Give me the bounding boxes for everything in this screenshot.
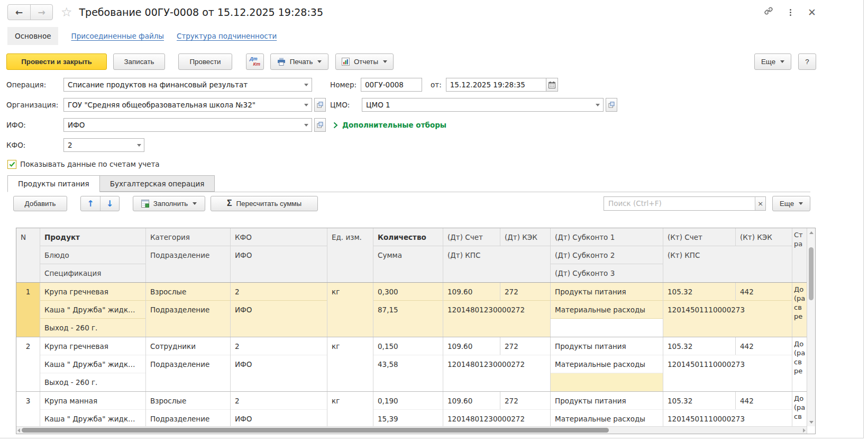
- cell-dt-sub1[interactable]: Продукты питания: [551, 392, 663, 410]
- cell-dt-sub1[interactable]: Продукты питания: [551, 337, 663, 355]
- cell-unit[interactable]: кг: [327, 337, 373, 355]
- tab-main[interactable]: Основное: [7, 27, 58, 45]
- horizontal-scroll-thumb[interactable]: [22, 428, 609, 433]
- cmo-dropdown-button[interactable]: [593, 98, 603, 111]
- cell-kt-kek[interactable]: 442: [736, 283, 792, 300]
- scroll-right-icon[interactable]: [803, 428, 806, 433]
- vertical-scroll-thumb[interactable]: [809, 247, 814, 300]
- tab-products[interactable]: Продукты питания: [7, 175, 100, 192]
- horizontal-scrollbar[interactable]: [16, 426, 807, 434]
- search-input[interactable]: [604, 197, 755, 210]
- cell-unit[interactable]: кг: [327, 392, 373, 410]
- cell-ifo[interactable]: ИФО: [231, 301, 327, 319]
- back-button[interactable]: ←: [8, 5, 30, 20]
- forward-button[interactable]: →: [30, 5, 52, 20]
- cell-dt-sub1[interactable]: Продукты питания: [551, 283, 663, 301]
- cell-extra[interactable]: До (ра св ре: [792, 337, 807, 391]
- move-down-button[interactable]: ↓: [100, 196, 119, 211]
- more-button[interactable]: Еще: [754, 53, 791, 70]
- cell-n[interactable]: 2: [16, 337, 40, 355]
- scroll-up-icon[interactable]: [809, 231, 814, 234]
- organization-input[interactable]: [64, 98, 301, 111]
- cell-category[interactable]: Взрослые: [146, 392, 230, 410]
- cell-sum[interactable]: 43,58: [373, 355, 443, 373]
- number-input[interactable]: [361, 78, 422, 91]
- cell-kt-kek[interactable]: 442: [736, 392, 792, 409]
- fill-button[interactable]: Заполнить: [133, 196, 205, 211]
- cell-dt-sub2[interactable]: Материальные расходы: [551, 301, 663, 319]
- favorite-star-icon[interactable]: ☆: [61, 6, 72, 19]
- cell-quantity[interactable]: 0,190: [373, 392, 443, 410]
- recalc-sums-button[interactable]: Σ Пересчитать суммы: [211, 196, 318, 211]
- show-by-accounts-checkbox[interactable]: [7, 160, 16, 169]
- cell-category[interactable]: Сотрудники: [146, 337, 230, 355]
- cell-kt-kek[interactable]: 442: [736, 337, 792, 355]
- cell-kt-account[interactable]: 105.32: [663, 283, 736, 300]
- cell-dt-account[interactable]: 109.60: [443, 283, 500, 300]
- date-input[interactable]: [446, 78, 546, 91]
- tab-accounting[interactable]: Бухгалтерская операция: [100, 175, 215, 192]
- cell-dt-kek[interactable]: 272: [500, 283, 550, 300]
- print-button[interactable]: Печать: [270, 53, 328, 70]
- save-button[interactable]: Записать: [113, 53, 165, 70]
- cell-unit[interactable]: кг: [327, 283, 373, 301]
- move-up-button[interactable]: ↑: [81, 196, 100, 211]
- tab-attached-files[interactable]: Присоединенные файлы: [71, 32, 164, 40]
- add-row-button[interactable]: Добавить: [13, 196, 67, 211]
- operation-dropdown-button[interactable]: [301, 78, 312, 91]
- organization-open-button[interactable]: [314, 98, 326, 112]
- cell-quantity[interactable]: 0,150: [373, 337, 443, 355]
- kfo-dropdown-button[interactable]: [135, 139, 144, 151]
- cell-dt-kps[interactable]: 12014801230000272: [443, 355, 550, 373]
- additional-filters-link[interactable]: Дополнительные отборы: [333, 121, 446, 129]
- calendar-button[interactable]: [546, 78, 557, 91]
- cell-dt-sub2[interactable]: Материальные расходы: [551, 355, 663, 373]
- ifo-input[interactable]: [64, 119, 301, 131]
- cell-kfo[interactable]: 2: [231, 337, 327, 355]
- cell-dt-account[interactable]: 109.60: [443, 337, 500, 355]
- cell-kfo[interactable]: 2: [231, 392, 327, 410]
- cell-dt-kps[interactable]: 12014801230000272: [443, 410, 550, 428]
- cell-dish[interactable]: Каша " Дружба" жидк…: [40, 301, 145, 319]
- cell-sum[interactable]: 87,15: [373, 301, 443, 319]
- cell-dt-kek[interactable]: 272: [500, 392, 550, 409]
- clear-search-button[interactable]: ×: [755, 197, 765, 210]
- cell-dt-sub3[interactable]: [551, 319, 663, 337]
- organization-dropdown-button[interactable]: [301, 98, 312, 111]
- cmo-input[interactable]: [362, 98, 593, 111]
- cell-department[interactable]: Подразделение: [146, 410, 230, 428]
- cell-kt-kps[interactable]: 12014501110000273: [663, 410, 792, 428]
- dtkt-button[interactable]: ДтКт: [246, 53, 264, 70]
- cmo-open-button[interactable]: [606, 98, 617, 112]
- link-icon[interactable]: [763, 6, 773, 18]
- operation-input[interactable]: [64, 78, 301, 91]
- cell-department[interactable]: Подразделение: [146, 301, 230, 319]
- cell-ifo[interactable]: ИФО: [231, 355, 327, 373]
- cell-dish[interactable]: Каша " Дружба" жидк…: [40, 355, 145, 373]
- cell-product[interactable]: Крупа гречневая: [40, 283, 145, 301]
- cell-dt-sub3[interactable]: [551, 373, 663, 391]
- cell-ifo[interactable]: ИФО: [231, 410, 327, 428]
- cell-spec[interactable]: Выход - 260 г.: [40, 373, 145, 391]
- post-and-close-button[interactable]: Провести и закрыть: [6, 53, 107, 70]
- cell-kt-kps[interactable]: 12014501110000273: [663, 355, 792, 373]
- cell-dt-kps[interactable]: 12014801230000272: [443, 301, 550, 319]
- tab-subordination[interactable]: Структура подчиненности: [177, 32, 277, 40]
- cell-kt-account[interactable]: 105.32: [663, 337, 736, 355]
- kfo-input[interactable]: [64, 139, 135, 151]
- scroll-down-icon[interactable]: [809, 421, 814, 424]
- ifo-open-button[interactable]: [314, 118, 326, 132]
- help-button[interactable]: ?: [798, 53, 816, 70]
- cell-n[interactable]: 1: [16, 283, 40, 301]
- cell-dt-kek[interactable]: 272: [500, 337, 550, 355]
- cell-dt-account[interactable]: 109.60: [443, 392, 500, 409]
- cell-kt-kps[interactable]: 12014501110000273: [663, 301, 792, 319]
- cell-extra[interactable]: До (ра св ре: [792, 283, 807, 337]
- cell-product[interactable]: Крупа гречневая: [40, 337, 145, 355]
- cell-quantity[interactable]: 0,300: [373, 283, 443, 301]
- close-icon[interactable]: ✕: [808, 7, 816, 17]
- scroll-left-icon[interactable]: [17, 428, 20, 433]
- cell-dish[interactable]: Каша " Дружба" жидк…: [40, 410, 145, 428]
- post-button[interactable]: Провести: [178, 53, 232, 70]
- cell-department[interactable]: Подразделение: [146, 355, 230, 373]
